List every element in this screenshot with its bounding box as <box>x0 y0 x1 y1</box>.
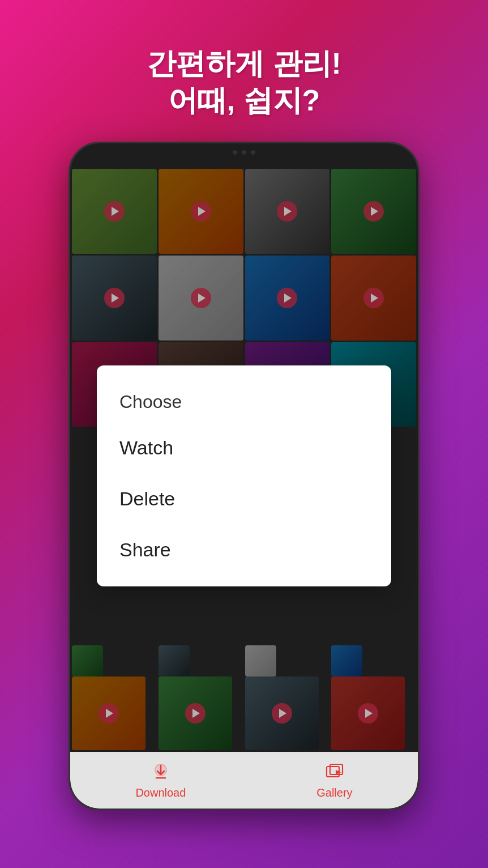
phone-screen: Choose Watch Delete Share <box>70 143 418 809</box>
phone-side-btn-right <box>418 257 419 296</box>
nav-label-download: Download <box>135 786 186 799</box>
header-text: 간편하게 관리! 어때, 쉽지? <box>147 45 341 119</box>
context-menu: Choose Watch Delete Share <box>97 365 391 586</box>
context-menu-item-delete[interactable]: Delete <box>97 473 391 524</box>
phone-wrapper: Choose Watch Delete Share <box>69 142 419 810</box>
download-icon <box>150 761 172 783</box>
bottom-nav: Download Gallery <box>70 752 418 809</box>
context-menu-item-share[interactable]: Share <box>97 524 391 575</box>
phone-side-btn-left-1 <box>69 245 70 274</box>
context-overlay[interactable]: Choose Watch Delete Share <box>70 143 418 809</box>
context-menu-item-watch[interactable]: Watch <box>97 422 391 473</box>
nav-item-gallery[interactable]: Gallery <box>316 761 352 799</box>
nav-label-gallery: Gallery <box>316 786 352 799</box>
phone-side-btn-left-2 <box>69 285 70 325</box>
context-menu-title: Choose <box>97 377 391 422</box>
nav-item-download[interactable]: Download <box>135 761 186 799</box>
phone-side-btn-left-3 <box>69 336 70 376</box>
gallery-icon <box>324 761 345 783</box>
